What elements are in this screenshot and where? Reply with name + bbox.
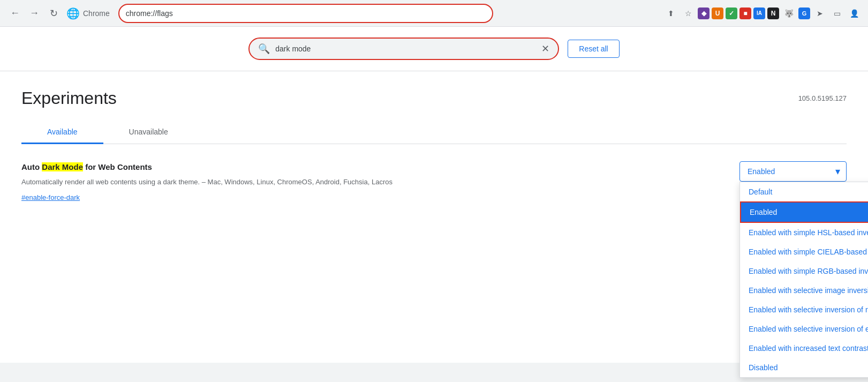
experiment-section: Auto Dark Mode for Web Contents Automati… [21, 144, 847, 219]
toolbar-icons: ⬆ ☆ ◆ U ✓ ■ IA N 🐺 G ➤ ▭ 👤 [663, 6, 862, 21]
experiment-dropdown[interactable]: Default Enabled Enabled with simple HSL-… [739, 161, 847, 182]
chrome-brand: 🌐 Chrome [66, 7, 110, 20]
profile-icon[interactable]: 👤 [847, 6, 862, 21]
tab-available[interactable]: Available [21, 121, 103, 144]
nav-buttons: ← → ↻ [6, 5, 62, 22]
address-bar[interactable]: chrome://flags [118, 4, 493, 23]
dropdown-option-sel-everything-open[interactable]: Enabled with selective inversion of ever… [740, 319, 868, 339]
clear-search-button[interactable]: ✕ [541, 43, 549, 55]
flags-search-area: 🔍 ✕ Reset all [0, 27, 868, 71]
dropdown-option-sel-image-open[interactable]: Enabled with selective image inversion [740, 281, 868, 300]
ext-orange-icon[interactable]: U [712, 8, 723, 19]
dropdown-option-sel-non-image-open[interactable]: Enabled with selective inversion of non-… [740, 300, 868, 319]
experiment-link[interactable]: #enable-force-dark [21, 193, 80, 201]
search-container: 🔍 ✕ [248, 38, 559, 60]
reload-button[interactable]: ↻ [45, 5, 62, 22]
dropdown-option-hsl-open[interactable]: Enabled with simple HSL-based inversion [740, 223, 868, 242]
dropdown-option-enabled-open[interactable]: Enabled [740, 201, 868, 223]
forward-button[interactable]: → [26, 5, 43, 22]
page-content: 🔍 ✕ Reset all Experiments 105.0.5195.127… [0, 27, 868, 363]
ext-translate-icon[interactable]: G [798, 8, 810, 19]
dropdown-option-contrast-open[interactable]: Enabled with increased text contrast [740, 339, 868, 358]
search-input[interactable] [275, 44, 536, 53]
search-icon: 🔍 [258, 43, 270, 55]
tab-unavailable[interactable]: Unavailable [103, 121, 194, 144]
dropdown-option-rgb-open[interactable]: Enabled with simple RGB-based inversion [740, 261, 868, 281]
version-text: 105.0.5195.127 [798, 94, 847, 102]
ext-purple-icon[interactable]: ◆ [698, 8, 710, 19]
reset-all-button[interactable]: Reset all [568, 40, 619, 58]
ext-arrow-icon[interactable]: ➤ [812, 6, 827, 21]
dropdown-option-disabled-open[interactable]: Disabled [740, 358, 868, 377]
bookmark-icon[interactable]: ☆ [681, 6, 696, 21]
experiment-name-highlight: Dark Mode [42, 162, 83, 171]
main-content: Experiments 105.0.5195.127 Available Una… [0, 71, 868, 219]
experiment-name-prefix: Auto [21, 162, 42, 171]
ext-green-icon[interactable]: ✓ [726, 8, 737, 19]
chrome-logo-icon: 🌐 [66, 7, 80, 20]
chrome-label: Chrome [83, 9, 110, 18]
ext-wolf-icon[interactable]: 🐺 [781, 6, 796, 21]
page-title: Experiments [21, 88, 117, 108]
share-icon[interactable]: ⬆ [663, 6, 678, 21]
ext-n-icon[interactable]: N [767, 8, 779, 19]
back-button[interactable]: ← [6, 5, 24, 22]
dropdown-option-cielab-open[interactable]: Enabled with simple CIELAB-based inversi… [740, 242, 868, 261]
experiment-name: Auto Dark Mode for Web Contents [21, 161, 439, 173]
dropdown-open-list: Default Enabled Enabled with simple HSL-… [739, 182, 868, 378]
address-text: chrome://flags [126, 9, 486, 18]
tabs-row: Available Unavailable [21, 121, 847, 144]
experiment-description: Automatically render all web contents us… [21, 177, 439, 188]
experiment-row: Auto Dark Mode for Web Contents Automati… [21, 161, 847, 202]
ext-screen-icon[interactable]: ▭ [829, 6, 844, 21]
ext-ia-icon[interactable]: IA [753, 8, 765, 19]
experiment-info: Auto Dark Mode for Web Contents Automati… [21, 161, 439, 202]
browser-toolbar: ← → ↻ 🌐 Chrome chrome://flags ⬆ ☆ ◆ U ✓ … [0, 0, 868, 27]
dropdown-option-default-open[interactable]: Default [740, 182, 868, 201]
page-header: Experiments 105.0.5195.127 [21, 71, 847, 121]
ext-red-icon[interactable]: ■ [739, 8, 751, 19]
dropdown-container: Default Enabled Enabled with simple HSL-… [739, 161, 847, 182]
experiment-name-suffix: for Web Contents [83, 162, 152, 171]
